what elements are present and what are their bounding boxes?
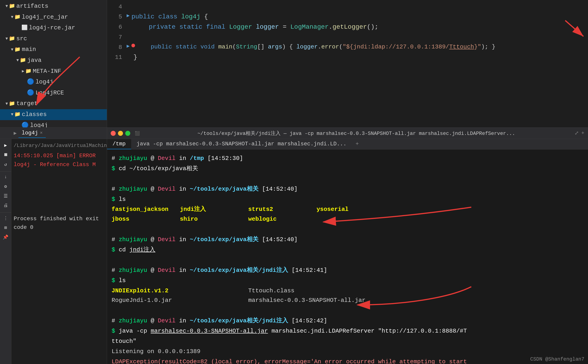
term-ls-output: fastjson_jackson jndi注入 struts2 ysoseria… xyxy=(112,205,583,224)
maximize-button[interactable] xyxy=(125,131,130,136)
term-host: Devil xyxy=(158,317,176,324)
term-in: in xyxy=(179,236,190,243)
term-tab-tmp[interactable]: /tmp xyxy=(107,139,131,149)
expand-icon[interactable]: ⤢ xyxy=(575,130,579,136)
terminal-title: ~/tools/exp/java相关/jndi注入 — java -cp mar… xyxy=(143,130,570,137)
term-dir: weblogic xyxy=(248,214,317,224)
term-user: zhujiayu xyxy=(119,236,147,243)
tree-item-src[interactable]: ▼ 📁 src xyxy=(0,33,107,44)
error-line: 14:55:10.025 [main] ERROR log4j - Refere… xyxy=(14,151,102,169)
term-cmd: cd jndi注入 xyxy=(119,246,155,253)
term-path: ~/tools/exp/java相关/jndi注入 xyxy=(190,267,288,274)
term-cmd: cd ~/tools/exp/java相关 xyxy=(119,165,198,172)
term-file: RogueJndi-1.0.jar xyxy=(112,296,248,305)
term-user: zhujiayu xyxy=(119,267,147,274)
jar-icon: ⬜ xyxy=(21,24,27,32)
traffic-lights xyxy=(111,131,130,136)
term-tab-java[interactable]: java -cp marshalsec-0.0.3-SNAPSHOT-all.j… xyxy=(131,139,352,149)
chevron-icon: ▼ xyxy=(16,57,19,64)
tree-label: log4j_rce_jar xyxy=(22,13,68,22)
term-path: ~/tools/exp/java相关/jndi注入 xyxy=(190,317,288,324)
term-at: @ xyxy=(151,267,158,274)
code-line-11: 11 } xyxy=(107,52,588,63)
line-number: 11 xyxy=(111,52,122,62)
hash-prompt: # xyxy=(112,267,119,274)
term-cmd: ls xyxy=(119,277,126,284)
term-at: @ xyxy=(151,155,158,162)
folder-icon: 📁 xyxy=(9,100,15,108)
tree-item-log4jrce-java[interactable]: 🔵 Log4jRCE xyxy=(0,88,107,98)
terminal-tabs: /tmp java -cp marshalsec-0.0.3-SNAPSHOT-… xyxy=(107,139,588,150)
term-time: [14:52:42] xyxy=(292,317,327,324)
tree-item-log4j-class[interactable]: 🔵 log4j xyxy=(0,120,107,127)
term-ls-output2: JNDIExploit.v1.2 Tttouch.class RogueJndi… xyxy=(112,286,583,306)
terminal-titlebar: ⬛ ~/tools/exp/java相关/jndi注入 — java -cp m… xyxy=(107,128,588,139)
tree-item-log4j-rce-jar[interactable]: ⬜ log4j-rce.jar xyxy=(0,23,107,33)
tree-item-artifacts[interactable]: ▼ 📁 artifacts xyxy=(0,1,107,12)
run-content: /Library/Java/JavaVirtualMachines/jdk1.8… xyxy=(0,139,107,364)
folder-icon: 📁 xyxy=(9,35,15,43)
tree-label: Log4jRCE xyxy=(35,88,64,98)
run-button-line8[interactable]: ▶ xyxy=(127,42,130,50)
minimize-button[interactable] xyxy=(118,131,123,136)
term-line: $ java -cp marshalsec-0.0.3-SNAPSHOT-all… xyxy=(112,326,583,336)
term-output: Listening on 0.0.0.0:1389 xyxy=(112,347,583,357)
folder-icon: 📁 xyxy=(20,56,26,64)
breakpoint[interactable] xyxy=(131,44,135,47)
close-button[interactable] xyxy=(111,131,116,136)
tree-item-log4j-rce-jar-folder[interactable]: ▼ 📁 log4j_rce_jar xyxy=(0,12,107,23)
file-tree: ▼ 📁 artifacts ▼ 📁 log4j_rce_jar ⬜ log4j-… xyxy=(0,0,107,127)
term-user: zhujiayu xyxy=(119,155,147,162)
run-tab-log4j[interactable]: log4j × xyxy=(19,129,46,138)
term-line: # zhujiayu @ Devil in ~/tools/exp/java相关… xyxy=(112,316,583,326)
term-dollar: $ xyxy=(112,277,119,284)
tree-label: log4j-rce.jar xyxy=(29,23,75,33)
jdk-path: /Library/Java/JavaVirtualMachines/jdk1.8… xyxy=(14,142,102,150)
term-blank xyxy=(112,306,583,316)
term-blank xyxy=(112,225,583,234)
add-terminal-tab[interactable]: + xyxy=(352,139,362,149)
term-path: /tmp xyxy=(190,155,204,162)
hash-prompt: # xyxy=(112,155,119,162)
term-file: Tttouch.class xyxy=(248,286,430,296)
chevron-icon: ▼ xyxy=(6,35,8,42)
chevron-icon: ▼ xyxy=(6,3,8,10)
term-dir: struts2 xyxy=(248,205,317,214)
tree-item-meta-inf[interactable]: ▶ 📁 META-INF xyxy=(0,66,107,77)
term-dir: shiro xyxy=(180,214,248,224)
tree-item-target[interactable]: ▼ 📁 target xyxy=(0,98,107,109)
terminal-panel: ⬛ ~/tools/exp/java相关/jndi注入 — java -cp m… xyxy=(107,128,588,364)
close-tab-icon[interactable]: × xyxy=(40,130,43,136)
line-number: 7 xyxy=(111,32,122,42)
term-file: marshalsec-0.0.3-SNAPSHOT-all.jar xyxy=(248,296,430,305)
term-at: @ xyxy=(151,186,158,192)
term-tab-label: java -cp marshalsec-0.0.3-SNAPSHOT-all.j… xyxy=(137,141,347,147)
run-icon-label: ▶ xyxy=(14,130,17,136)
tree-item-log4j-java[interactable]: 🔵 log4j xyxy=(0,77,107,88)
line-number: 8 xyxy=(111,42,122,52)
term-tab-label: /tmp xyxy=(113,141,126,147)
term-line: $ ls xyxy=(112,276,583,286)
tree-item-main[interactable]: ▼ 📁 main xyxy=(0,44,107,55)
term-user: zhujiayu xyxy=(119,186,147,192)
tree-label: src xyxy=(16,34,27,44)
term-dir: ysoserial xyxy=(317,205,385,214)
tree-label: log4j xyxy=(30,121,48,127)
code-text: public static void main(String[] args) {… xyxy=(136,42,584,52)
error-text: 14:55:10.025 [main] ERROR log4j - Refere… xyxy=(14,153,96,168)
hash-prompt: # xyxy=(112,186,119,192)
tree-item-classes[interactable]: ▼ 📁 classes xyxy=(0,109,107,120)
term-dir: fastjson_jackson xyxy=(112,205,180,214)
term-line: # zhujiayu @ Devil in ~/tools/exp/java相关… xyxy=(112,184,583,194)
tree-label: META-INF xyxy=(33,67,61,76)
term-user: zhujiayu xyxy=(119,317,147,324)
run-tab-bar: ▶ log4j × xyxy=(0,128,107,139)
term-time: [14:52:30] xyxy=(207,155,243,162)
hash-prompt: # xyxy=(112,317,119,324)
term-in: in xyxy=(179,186,190,192)
tree-item-java[interactable]: ▼ 📁 java xyxy=(0,55,107,66)
add-tab-icon[interactable]: + xyxy=(581,130,584,136)
term-line: # zhujiayu @ Devil in ~/tools/exp/java相关… xyxy=(112,266,583,275)
run-button-line5[interactable]: ▶ xyxy=(127,12,130,20)
term-dollar: $ xyxy=(112,165,119,172)
